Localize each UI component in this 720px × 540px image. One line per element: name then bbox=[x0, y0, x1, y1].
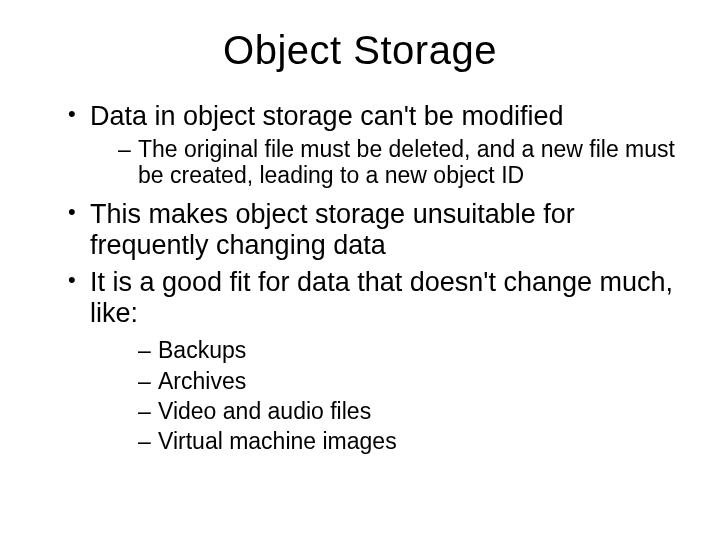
bullet-item: This makes object storage unsuitable for… bbox=[68, 199, 680, 261]
sub-bullet-text: Archives bbox=[158, 368, 246, 394]
sub-bullet-item: The original file must be deleted, and a… bbox=[118, 136, 680, 189]
sub-bullet-item: Video and audio files bbox=[138, 398, 680, 424]
sub-bullet-text: Backups bbox=[158, 337, 246, 363]
bullet-text: It is a good fit for data that doesn't c… bbox=[90, 267, 673, 328]
sub-bullet-text: The original file must be deleted, and a… bbox=[138, 136, 675, 188]
sub-bullet-item: Backups bbox=[138, 337, 680, 363]
bullet-item: It is a good fit for data that doesn't c… bbox=[68, 267, 680, 455]
bullet-item: Data in object storage can't be modified… bbox=[68, 101, 680, 189]
sub-bullet-text: Video and audio files bbox=[158, 398, 371, 424]
slide: Object Storage Data in object storage ca… bbox=[0, 0, 720, 540]
sub-bullet-item: Archives bbox=[138, 368, 680, 394]
bullet-text: This makes object storage unsuitable for… bbox=[90, 199, 575, 260]
bullet-list: Data in object storage can't be modified… bbox=[40, 101, 680, 455]
sub-bullet-text: Virtual machine images bbox=[158, 428, 397, 454]
bullet-text: Data in object storage can't be modified bbox=[90, 101, 563, 131]
sub-bullet-list: Backups Archives Video and audio files V… bbox=[90, 337, 680, 455]
sub-bullet-list: The original file must be deleted, and a… bbox=[90, 136, 680, 189]
sub-bullet-item: Virtual machine images bbox=[138, 428, 680, 454]
slide-title: Object Storage bbox=[40, 28, 680, 73]
